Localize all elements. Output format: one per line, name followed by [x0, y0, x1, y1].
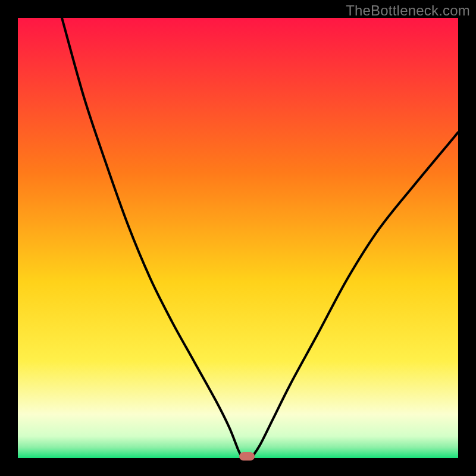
optimal-marker	[239, 452, 255, 461]
watermark-text: TheBottleneck.com	[346, 2, 470, 19]
plot-area	[18, 18, 458, 458]
plot-svg	[18, 18, 458, 458]
chart-frame: TheBottleneck.com	[0, 0, 476, 476]
gradient-background	[18, 18, 458, 458]
